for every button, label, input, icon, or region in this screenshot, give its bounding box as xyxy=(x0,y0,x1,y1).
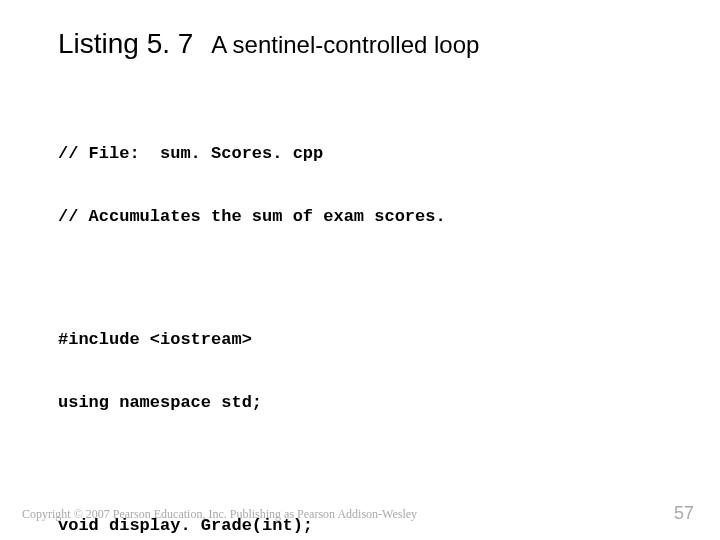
code-line: // File: sum. Scores. cpp xyxy=(58,143,446,164)
code-gap xyxy=(58,456,446,472)
listing-number: Listing 5. 7 xyxy=(58,28,193,59)
code-line: // Accumulates the sum of exam scores. xyxy=(58,206,446,227)
listing-subtitle: A sentinel-controlled loop xyxy=(211,31,479,58)
code-line: #include <iostream> xyxy=(58,329,446,350)
slide-heading: Listing 5. 7 A sentinel-controlled loop xyxy=(58,28,479,60)
code-gap xyxy=(58,270,446,286)
page-number: 57 xyxy=(674,503,694,524)
code-listing: // File: sum. Scores. cpp // Accumulates… xyxy=(58,100,446,540)
code-line: using namespace std; xyxy=(58,392,446,413)
slide: Listing 5. 7 A sentinel-controlled loop … xyxy=(0,0,720,540)
copyright-text: Copyright © 2007 Pearson Education, Inc.… xyxy=(22,507,417,522)
